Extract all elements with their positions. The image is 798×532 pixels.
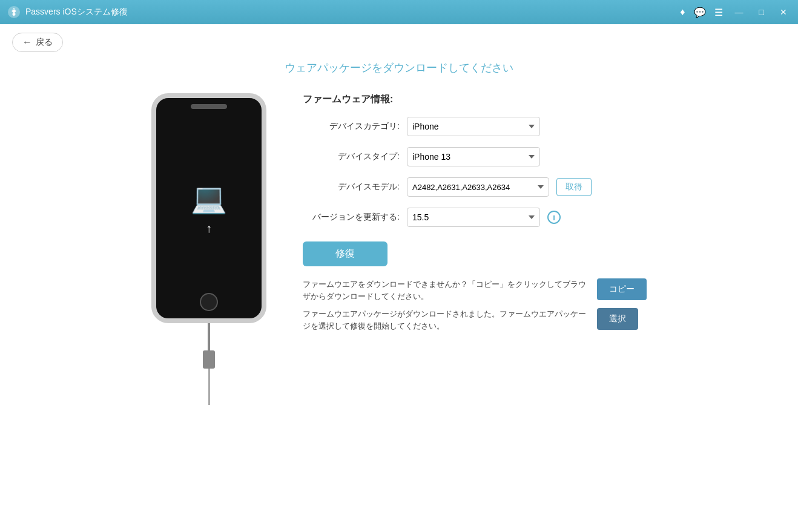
copy-info-row: ファームウエアをダウンロードできませんか？「コピー」をクリックしてブラウザからダ… [303, 278, 647, 302]
chat-icon[interactable]: 💬 [694, 7, 706, 18]
phone-screen-content: 💻 ↑ [191, 182, 227, 235]
arrow-up-icon: ↑ [206, 222, 212, 235]
app-title: Passvers iOSシステム修復 [25, 7, 128, 18]
info-icon[interactable]: i [547, 211, 561, 224]
app-icon [7, 5, 21, 19]
phone-illustration: 💻 ↑ [151, 93, 266, 405]
cable-bottom [208, 369, 210, 405]
nav-bar: ← 戻る [0, 24, 798, 61]
device-type-label: デバイスタイプ: [303, 151, 400, 162]
bottom-info: ファームウエアをダウンロードできませんか？「コピー」をクリックしてブラウザからダ… [303, 278, 647, 332]
minimize-button[interactable]: — [731, 6, 747, 18]
title-bar-left: Passvers iOSシステム修復 [7, 5, 128, 19]
cable-connector [203, 350, 215, 369]
device-model-select[interactable]: A2482,A2631,A2633,A2634 [407, 177, 549, 197]
content-area: ← 戻る ウェアパッケージをダウンロードしてください 💻 ↑ ファームウェア情報… [0, 24, 798, 532]
version-label: バージョンを更新する: [303, 212, 400, 223]
device-type-select[interactable]: iPhone 13 iPhone 12 iPhone 11 [407, 147, 540, 166]
select-button[interactable]: 選択 [597, 308, 638, 330]
device-category-row: デバイスカテゴリ: iPhone iPad iPod [303, 117, 647, 136]
close-button[interactable]: ✕ [776, 6, 791, 18]
page-title: ウェアパッケージをダウンロードしてください [0, 61, 798, 75]
back-arrow-icon: ← [22, 37, 32, 48]
cable-line [208, 320, 210, 350]
device-model-row: デバイスモデル: A2482,A2631,A2633,A2634 取得 [303, 177, 647, 197]
main-row: 💻 ↑ ファームウェア情報: デバイスカテゴリ: iPhone iPad iPo… [0, 87, 798, 411]
title-bar: Passvers iOSシステム修復 ♦ 💬 ☰ — □ ✕ [0, 0, 798, 24]
phone-frame: 💻 ↑ [151, 93, 266, 323]
back-button[interactable]: ← 戻る [12, 33, 63, 52]
list-icon[interactable]: ☰ [714, 7, 723, 18]
firmware-section-title: ファームウェア情報: [303, 93, 647, 106]
get-button[interactable]: 取得 [556, 178, 592, 196]
firmware-form: ファームウェア情報: デバイスカテゴリ: iPhone iPad iPod デバ… [303, 93, 647, 332]
select-info-text: ファームウエアパッケージがダウンロードされました。ファームウエアパッケージを選択… [303, 308, 587, 332]
phone-top-bar [191, 104, 227, 109]
version-row: バージョンを更新する: 15.5 15.4 15.3 i [303, 208, 647, 227]
copy-info-text: ファームウエアをダウンロードできませんか？「コピー」をクリックしてブラウザからダ… [303, 278, 587, 302]
version-select[interactable]: 15.5 15.4 15.3 [407, 208, 540, 227]
device-category-select[interactable]: iPhone iPad iPod [407, 117, 540, 136]
diamond-icon[interactable]: ♦ [680, 7, 685, 18]
back-label: 戻る [36, 37, 53, 48]
device-model-label: デバイスモデル: [303, 182, 400, 192]
repair-button[interactable]: 修復 [303, 241, 387, 266]
phone-home-button [200, 293, 218, 311]
device-type-row: デバイスタイプ: iPhone 13 iPhone 12 iPhone 11 [303, 147, 647, 166]
title-bar-controls: ♦ 💬 ☰ — □ ✕ [680, 6, 791, 18]
select-info-row: ファームウエアパッケージがダウンロードされました。ファームウエアパッケージを選択… [303, 308, 647, 332]
laptop-icon: 💻 [191, 182, 227, 215]
copy-button[interactable]: コピー [597, 278, 647, 300]
device-category-label: デバイスカテゴリ: [303, 121, 400, 132]
restore-button[interactable]: □ [756, 6, 768, 18]
